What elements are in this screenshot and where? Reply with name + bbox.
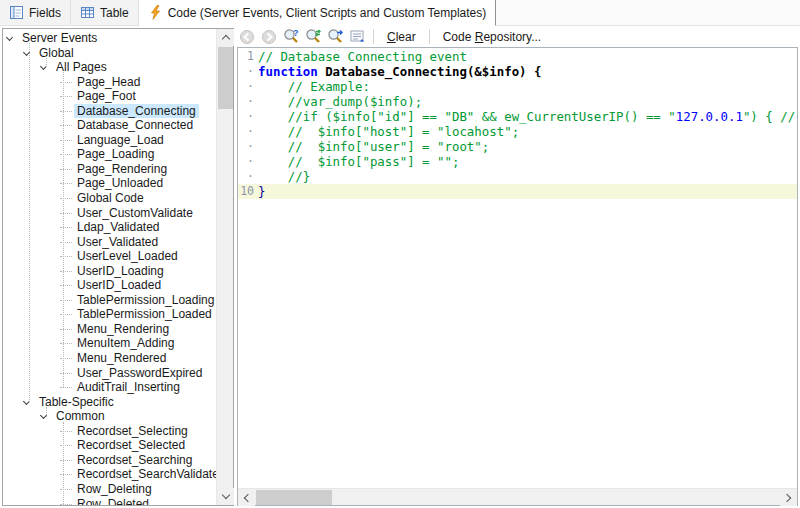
tree-item-user-validated[interactable]: User_Validated <box>3 235 216 250</box>
code-editor[interactable]: 1// Database Connecting event·function D… <box>237 47 798 506</box>
code-line-text: function Database_Connecting(&$info) { <box>258 64 541 79</box>
tree-connector <box>60 504 72 505</box>
tree-item-userid-loaded[interactable]: UserID_Loaded <box>3 278 216 293</box>
line-number: · <box>238 139 258 154</box>
tree-item-label: Table-Specific <box>36 395 117 410</box>
goto-icon[interactable] <box>326 28 344 45</box>
tree-item-tablepermission-loaded[interactable]: TablePermission_Loaded <box>3 307 216 322</box>
tree-connector <box>60 198 72 199</box>
code-line-text: // $info["pass"] = ""; <box>258 154 459 169</box>
line-number: 1 <box>238 49 258 64</box>
tree-item-page-unloaded[interactable]: Page_Unloaded <box>3 176 216 191</box>
line-number: · <box>238 169 258 184</box>
tree-item-tablepermission-loading[interactable]: TablePermission_Loading <box>3 293 216 308</box>
tree-item-table-specific[interactable]: Table-Specific <box>3 395 216 410</box>
code-area[interactable]: 1// Database Connecting event·function D… <box>238 48 797 488</box>
tree-item-page-loading[interactable]: Page_Loading <box>3 147 216 162</box>
chevron-left-icon <box>244 493 252 501</box>
tree-item-label: Recordset_Searching <box>74 453 195 468</box>
tree-item-all-pages[interactable]: All Pages <box>3 60 216 75</box>
tree-item-label: TablePermission_Loaded <box>74 307 215 322</box>
svg-text:?: ? <box>293 28 299 38</box>
template-icon[interactable] <box>348 28 366 45</box>
tree-item-user-customvalidate[interactable]: User_CustomValidate <box>3 206 216 221</box>
tree-item-recordset-selecting[interactable]: Recordset_Selecting <box>3 424 216 439</box>
tree-connector-line <box>63 422 64 504</box>
tree-item-label: User_CustomValidate <box>74 206 196 221</box>
line-number: · <box>238 124 258 139</box>
tab-label: Table <box>100 6 129 20</box>
line-number: · <box>238 79 258 94</box>
tree-item-global[interactable]: Global <box>3 46 216 61</box>
tree-scrollbar-thumb[interactable] <box>218 47 233 109</box>
toolbar-separator <box>373 29 374 44</box>
replace-icon[interactable] <box>304 28 322 45</box>
tree-item-page-head[interactable]: Page_Head <box>3 75 216 90</box>
tree-item-label: Recordset_SearchValidated <box>74 467 216 482</box>
tree-item-label: MenuItem_Adding <box>74 336 177 351</box>
tree-item-label: Page_Head <box>74 75 143 90</box>
tree-connector <box>60 445 72 446</box>
tree-item-database-connected[interactable]: Database_Connected <box>3 118 216 133</box>
fields-icon <box>9 5 24 20</box>
tree-item-server-events[interactable]: Server Events <box>3 31 216 46</box>
tab-label: Code (Server Events, Client Scripts and … <box>168 6 487 20</box>
tree-item-label: Page_Foot <box>74 89 139 104</box>
tree-item-userlevel-loaded[interactable]: UserLevel_Loaded <box>3 249 216 264</box>
tree-item-menuitem-adding[interactable]: MenuItem_Adding <box>3 336 216 351</box>
tree-item-menu-rendered[interactable]: Menu_Rendered <box>3 351 216 366</box>
line-number: · <box>238 154 258 169</box>
tree-item-database-connecting[interactable]: Database_Connecting <box>3 104 216 119</box>
clear-button[interactable]: Clear <box>381 29 422 45</box>
tree-item-row-deleting[interactable]: Row_Deleting <box>3 482 216 497</box>
server-events-tree[interactable]: Server EventsGlobalAll PagesPage_HeadPag… <box>3 29 216 505</box>
tree-connector <box>60 213 72 214</box>
tab-fields[interactable]: Fields <box>0 0 71 25</box>
tree-item-label: Recordset_Selecting <box>74 424 191 439</box>
tree-item-common[interactable]: Common <box>3 409 216 424</box>
forward-icon[interactable] <box>260 28 278 45</box>
tree-item-row-deleted[interactable]: Row_Deleted <box>3 497 216 506</box>
tree-connector <box>60 256 72 257</box>
tree-connector <box>60 489 72 490</box>
tree-item-menu-rendering[interactable]: Menu_Rendering <box>3 322 216 337</box>
tree-item-label: Menu_Rendering <box>74 322 172 337</box>
code-repository-button[interactable]: Code Repository... <box>437 29 548 45</box>
tree-connector <box>60 96 72 97</box>
tree-item-page-rendering[interactable]: Page_Rendering <box>3 162 216 177</box>
tree-item-label: TablePermission_Loading <box>74 293 216 308</box>
tree-connector <box>60 285 72 286</box>
code-line-text: //var_dump($info); <box>258 94 422 109</box>
code-line-text: // Database Connecting event <box>258 49 467 64</box>
tree-item-recordset-searchvalidated[interactable]: Recordset_SearchValidated <box>3 467 216 482</box>
tree-connector <box>60 125 72 126</box>
tree-item-page-foot[interactable]: Page_Foot <box>3 89 216 104</box>
tree-item-ldap-validated[interactable]: Ldap_Validated <box>3 220 216 235</box>
tree-item-global-code[interactable]: Global Code <box>3 191 216 206</box>
tree-connector <box>60 431 72 432</box>
line-number: · <box>238 109 258 124</box>
tab-table[interactable]: Table <box>71 0 139 25</box>
tree-item-recordset-selected[interactable]: Recordset_Selected <box>3 438 216 453</box>
tab-code[interactable]: Code (Server Events, Client Scripts and … <box>139 0 497 26</box>
tree-item-userid-loading[interactable]: UserID_Loading <box>3 264 216 279</box>
chevron-down-icon <box>221 491 229 499</box>
back-icon[interactable] <box>238 28 256 45</box>
tree-item-language-load[interactable]: Language_Load <box>3 133 216 148</box>
tree-item-recordset-searching[interactable]: Recordset_Searching <box>3 453 216 468</box>
scroll-left-button[interactable] <box>238 489 255 506</box>
tree-item-label: Page_Loading <box>74 147 157 162</box>
tree-item-label: UserID_Loaded <box>74 278 164 293</box>
tree-item-user-passwordexpired[interactable]: User_PasswordExpired <box>3 366 216 381</box>
editor-scrollbar-thumb[interactable] <box>256 490 332 505</box>
tree-expand-chevron-icon[interactable] <box>6 34 13 41</box>
code-line-text: //} <box>258 169 310 184</box>
find-icon[interactable]: ? <box>282 28 300 45</box>
tree-item-audittrail-inserting[interactable]: AuditTrail_Inserting <box>3 380 216 395</box>
tree-connector <box>60 474 72 475</box>
scroll-down-button[interactable] <box>217 488 234 505</box>
tree-vertical-scrollbar[interactable] <box>216 29 233 505</box>
scroll-right-button[interactable] <box>780 489 797 506</box>
scroll-up-button[interactable] <box>217 29 234 46</box>
editor-horizontal-scrollbar[interactable] <box>238 488 797 505</box>
